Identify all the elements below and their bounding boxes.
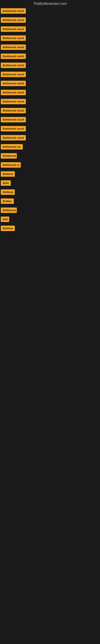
bottleneck-row: Bottleneck result <box>0 107 100 115</box>
bottleneck-row: Bottlene <box>0 170 100 179</box>
bottleneck-row: Bott <box>0 215 100 224</box>
bottleneck-row: Bottleneck result <box>0 43 100 52</box>
bottleneck-badge[interactable]: Bottlene <box>1 226 15 231</box>
bottleneck-badge[interactable]: Bottleneck result <box>1 44 26 50</box>
bottleneck-badge[interactable]: Bottleneck result <box>1 54 26 59</box>
bottleneck-row: Bottleneck result <box>0 34 100 43</box>
bottleneck-badge[interactable]: Bottleneck result <box>1 117 26 122</box>
bottom-section <box>0 240 100 360</box>
bottleneck-row: Bottleneck result <box>0 80 100 88</box>
ellipsis-indicator: ... <box>0 234 100 240</box>
bottleneck-badge[interactable]: Bottleneck result <box>1 8 26 14</box>
bottleneck-badge[interactable]: Bott <box>1 216 9 222</box>
bottleneck-badge[interactable]: Bottlene <box>1 171 15 177</box>
bottleneck-badge[interactable]: Bottleneck result <box>1 99 26 104</box>
bottleneck-badge[interactable]: Bottleneck result <box>1 17 26 23</box>
bottleneck-badge[interactable]: Bottleneck result <box>1 90 26 95</box>
bottleneck-badge[interactable]: Bottleneck <box>1 208 17 213</box>
bottleneck-badge[interactable]: Bottl <box>1 180 11 186</box>
bottleneck-row: Bottlene <box>0 188 100 197</box>
bottleneck-row: Bottl <box>0 179 100 188</box>
bottleneck-badge[interactable]: Bottleneck result <box>1 62 26 68</box>
bottleneck-row: Bottleneck result <box>0 16 100 25</box>
bottleneck-badge[interactable]: Bottleneck result <box>1 108 26 113</box>
site-title: TheBottlenecker.com <box>0 0 100 7</box>
bottleneck-row: Bottleneck result <box>0 70 100 79</box>
items-list: Bottleneck resultBottleneck resultBottle… <box>0 7 100 233</box>
bottleneck-badge[interactable]: Bottleneck result <box>1 72 26 77</box>
bottleneck-badge[interactable]: Bottleneck result <box>1 126 26 132</box>
bottleneck-row: Bottleneck result <box>0 52 100 61</box>
bottleneck-badge[interactable]: Bottleneck re <box>1 162 21 168</box>
bottleneck-row: Bottleneck <box>0 152 100 160</box>
bottleneck-badge[interactable]: Bottleneck result <box>1 135 26 140</box>
bottleneck-row: Bottleneck res <box>0 143 100 152</box>
bottleneck-badge[interactable]: Bottlen <box>1 198 14 204</box>
bottleneck-row: Bottleneck re <box>0 161 100 170</box>
bottleneck-row: Bottleneck result <box>0 88 100 97</box>
bottleneck-row: Bottlene <box>0 224 100 233</box>
bottleneck-row: Bottleneck result <box>0 98 100 106</box>
bottleneck-row: Bottleneck result <box>0 116 100 124</box>
bottleneck-row: Bottleneck <box>0 206 100 215</box>
bottleneck-row: Bottleneck result <box>0 25 100 34</box>
bottleneck-row: Bottlen <box>0 197 100 206</box>
page-wrapper: TheBottlenecker.com Bottleneck resultBot… <box>0 0 100 360</box>
bottleneck-row: Bottleneck result <box>0 7 100 16</box>
bottleneck-badge[interactable]: Bottleneck <box>1 153 17 158</box>
bottleneck-row: Bottleneck result <box>0 134 100 142</box>
bottleneck-row: Bottleneck result <box>0 62 100 70</box>
bottleneck-badge[interactable]: Bottleneck res <box>1 144 23 150</box>
bottleneck-badge[interactable]: Bottlene <box>1 190 15 195</box>
bottleneck-row: Bottleneck result <box>0 125 100 134</box>
bottleneck-badge[interactable]: Bottleneck result <box>1 36 26 41</box>
bottleneck-badge[interactable]: Bottleneck result <box>1 81 26 86</box>
bottleneck-badge[interactable]: Bottleneck result <box>1 26 26 32</box>
